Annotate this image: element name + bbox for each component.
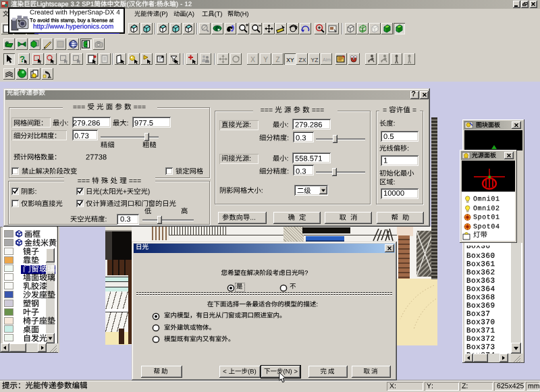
svg-text:X: X [250, 56, 255, 63]
svg-text:Aim: Aim [323, 57, 331, 62]
svg-text:ZX: ZX [299, 57, 306, 63]
svg-text:YZ: YZ [311, 57, 319, 63]
svg-text:Z: Z [275, 56, 279, 63]
svg-text:?: ? [20, 54, 25, 64]
svg-text:XY: XY [286, 57, 294, 63]
svg-text:Y: Y [263, 56, 268, 63]
